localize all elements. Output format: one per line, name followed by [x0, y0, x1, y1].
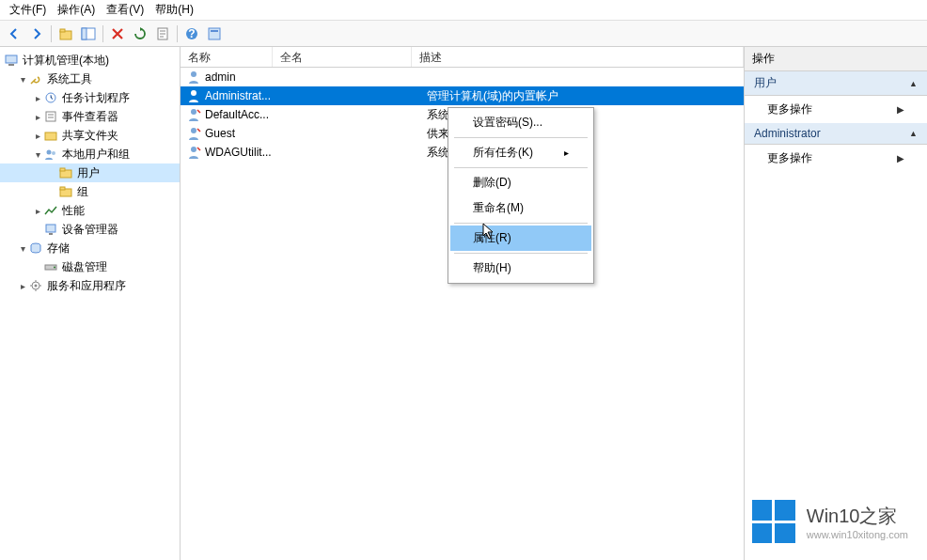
- menu-bar: 文件(F) 操作(A) 查看(V) 帮助(H): [0, 0, 927, 21]
- tree-event-viewer[interactable]: ▸ 事件查看器: [0, 107, 180, 126]
- list-item[interactable]: admin: [181, 68, 744, 86]
- menu-view[interactable]: 查看(V): [101, 0, 149, 20]
- refresh-button[interactable]: [130, 23, 150, 44]
- action-label: 更多操作: [767, 101, 812, 117]
- user-icon: [186, 88, 201, 103]
- column-description[interactable]: 描述: [412, 47, 744, 67]
- svg-point-24: [54, 267, 55, 269]
- ctx-delete[interactable]: 删除(D): [450, 170, 591, 195]
- menu-help[interactable]: 帮助(H): [149, 0, 199, 20]
- tree-storage[interactable]: ▾ 存储: [0, 239, 180, 257]
- actions-section-users[interactable]: 用户 ▲: [745, 71, 927, 96]
- toolbar: ?: [0, 21, 927, 47]
- actions-more-users[interactable]: 更多操作 ▶: [745, 96, 927, 123]
- ctx-label: 所有任务(K): [473, 145, 533, 161]
- tree-system-tools[interactable]: ▾ 系统工具: [0, 70, 180, 88]
- ctx-properties[interactable]: 属性(R): [450, 226, 591, 251]
- folder-icon: [58, 165, 73, 180]
- ctx-set-password[interactable]: 设置密码(S)...: [450, 110, 591, 135]
- computer-icon: [4, 53, 19, 68]
- svg-rect-3: [82, 28, 86, 39]
- ctx-label: 删除(D): [473, 175, 511, 191]
- actions-title: 操作: [745, 47, 927, 71]
- properties-button[interactable]: [204, 23, 225, 44]
- svg-rect-8: [211, 30, 218, 32]
- svg-point-30: [191, 128, 196, 133]
- device-icon: [43, 222, 58, 237]
- separator: [454, 167, 588, 168]
- arrow-right-icon: ▶: [897, 104, 904, 115]
- svg-rect-19: [60, 187, 65, 190]
- windows-logo-icon: [752, 500, 795, 543]
- tree-label: 设备管理器: [62, 222, 118, 238]
- tree-root[interactable]: 计算机管理(本地): [0, 51, 180, 70]
- svg-point-28: [191, 90, 196, 96]
- tree-device-manager[interactable]: 设备管理器: [0, 220, 180, 239]
- ctx-label: 属性(R): [473, 230, 511, 246]
- section-label: Administrator: [754, 127, 821, 140]
- list-item[interactable]: Administrat... 管理计算机(域)的内置帐户: [181, 86, 744, 105]
- ctx-all-tasks[interactable]: 所有任务(K) ▸: [450, 140, 591, 165]
- ctx-rename[interactable]: 重命名(M): [450, 195, 591, 221]
- tree-disk-management[interactable]: 磁盘管理: [0, 257, 180, 276]
- separator: [454, 137, 588, 138]
- export-button[interactable]: [152, 23, 173, 44]
- tree-label: 共享文件夹: [62, 128, 118, 144]
- services-icon: [28, 278, 43, 293]
- chevron-up-icon: ▲: [909, 129, 918, 138]
- expander-icon[interactable]: ▸: [32, 206, 43, 216]
- tree-label: 事件查看器: [62, 109, 118, 125]
- help-button[interactable]: ?: [181, 23, 202, 44]
- expander-icon[interactable]: ▾: [32, 149, 43, 160]
- cell-name: admin: [205, 70, 288, 84]
- svg-rect-9: [6, 55, 17, 63]
- tree-root-label: 计算机管理(本地): [23, 53, 109, 69]
- user-disabled-icon: [186, 126, 201, 141]
- column-fullname[interactable]: 全名: [273, 47, 412, 67]
- watermark-title: Win10之家: [807, 504, 908, 529]
- tree-task-scheduler[interactable]: ▸ 任务计划程序: [0, 88, 180, 107]
- performance-icon: [43, 203, 58, 218]
- tools-icon: [28, 71, 43, 86]
- expander-icon[interactable]: ▸: [32, 93, 43, 103]
- menu-file[interactable]: 文件(F): [4, 0, 52, 20]
- actions-more-admin[interactable]: 更多操作 ▶: [745, 145, 927, 172]
- tree-label: 性能: [62, 203, 85, 219]
- tree-label: 用户: [77, 165, 100, 181]
- tree-local-users-groups[interactable]: ▾ 本地用户和组: [0, 145, 180, 163]
- separator: [454, 253, 588, 254]
- tree-label: 存储: [47, 241, 70, 257]
- svg-rect-17: [60, 168, 65, 171]
- cell-desc: 管理计算机(域)的内置帐户: [427, 88, 744, 104]
- menu-action[interactable]: 操作(A): [52, 0, 101, 20]
- delete-button[interactable]: [107, 23, 128, 44]
- svg-point-29: [191, 109, 196, 115]
- svg-rect-10: [8, 64, 14, 66]
- column-name[interactable]: 名称: [181, 47, 273, 67]
- show-hide-tree-button[interactable]: [78, 23, 99, 44]
- tree-users[interactable]: 用户: [0, 163, 180, 182]
- tree-groups[interactable]: 组: [0, 182, 180, 201]
- watermark-url: www.win10xitong.com: [807, 529, 908, 540]
- actions-pane: 操作 用户 ▲ 更多操作 ▶ Administrator ▲ 更多操作 ▶: [745, 47, 927, 560]
- expander-icon[interactable]: ▸: [32, 112, 43, 122]
- forward-button[interactable]: [26, 23, 47, 44]
- up-button[interactable]: [55, 23, 76, 44]
- disk-icon: [43, 259, 58, 274]
- svg-rect-13: [45, 132, 56, 140]
- actions-section-admin[interactable]: Administrator ▲: [745, 123, 927, 145]
- ctx-help[interactable]: 帮助(H): [450, 256, 591, 281]
- tree-services[interactable]: ▸ 服务和应用程序: [0, 276, 180, 295]
- back-button[interactable]: [4, 23, 24, 44]
- expander-icon[interactable]: ▸: [17, 281, 28, 291]
- expander-icon[interactable]: ▾: [17, 243, 28, 254]
- tree-shared-folders[interactable]: ▸ 共享文件夹: [0, 126, 180, 145]
- svg-rect-7: [209, 28, 220, 39]
- users-icon: [43, 147, 58, 162]
- navigation-tree[interactable]: 计算机管理(本地) ▾ 系统工具 ▸ 任务计划程序 ▸ 事件查看器 ▸ 共享文件…: [0, 47, 181, 560]
- folder-share-icon: [43, 128, 58, 143]
- clock-icon: [43, 90, 58, 105]
- tree-performance[interactable]: ▸ 性能: [0, 201, 180, 220]
- expander-icon[interactable]: ▸: [32, 131, 43, 141]
- expander-icon[interactable]: ▾: [17, 74, 28, 85]
